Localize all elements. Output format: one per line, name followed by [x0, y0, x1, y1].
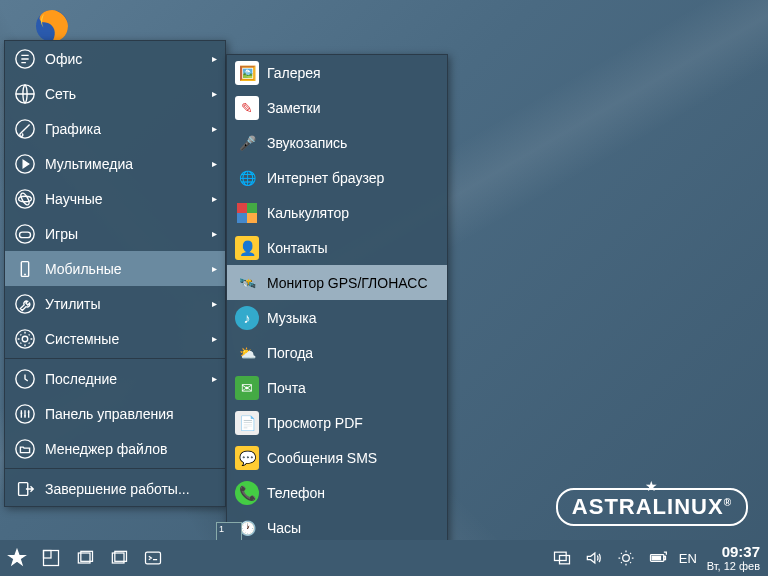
sub-label: Контакты	[267, 240, 327, 256]
menu-label: Игры	[45, 226, 78, 242]
svg-point-16	[16, 439, 34, 457]
contacts-icon: 👤	[235, 236, 259, 260]
sms-icon: 💬	[235, 446, 259, 470]
svg-rect-30	[559, 556, 569, 564]
sub-label: Интернет браузер	[267, 170, 384, 186]
sub-weather[interactable]: ⛅Погода	[227, 335, 447, 370]
calc-icon	[235, 201, 259, 225]
sub-label: Звукозапись	[267, 135, 347, 151]
atom-icon	[13, 187, 37, 211]
globe-icon: 🌐	[235, 166, 259, 190]
brand-logo: ★ ASTRALINUX®	[556, 478, 748, 526]
sub-label: Телефон	[267, 485, 325, 501]
menu-label: Менеджер файлов	[45, 441, 168, 457]
globe-icon	[13, 82, 37, 106]
menu-network[interactable]: Сеть ▸	[5, 76, 225, 111]
chevron-right-icon: ▸	[212, 123, 217, 134]
sub-calculator[interactable]: Калькулятор	[227, 195, 447, 230]
sub-recorder[interactable]: 🎤Звукозапись	[227, 125, 447, 160]
svg-rect-21	[247, 213, 257, 223]
menu-recent[interactable]: Последние ▸	[5, 361, 225, 396]
volume-tray-icon[interactable]	[583, 547, 605, 569]
sub-label: Почта	[267, 380, 306, 396]
terminal-button[interactable]	[138, 543, 168, 573]
svg-point-7	[19, 192, 30, 206]
taskbar: EN 09:37 Вт, 12 фев	[0, 540, 768, 576]
chevron-right-icon: ▸	[212, 298, 217, 309]
phone-icon: 📞	[235, 481, 259, 505]
keyboard-layout[interactable]: EN	[679, 551, 697, 566]
svg-rect-23	[44, 551, 52, 559]
svg-rect-20	[237, 213, 247, 223]
svg-point-8	[16, 224, 34, 242]
sub-music[interactable]: ♪Музыка	[227, 300, 447, 335]
menu-games[interactable]: Игры ▸	[5, 216, 225, 251]
folder-icon	[13, 437, 37, 461]
brightness-tray-icon[interactable]	[615, 547, 637, 569]
menu-label: Завершение работы...	[45, 481, 190, 497]
show-desktop-button[interactable]	[36, 543, 66, 573]
windows-button[interactable]	[70, 543, 100, 573]
menu-file-manager[interactable]: Менеджер файлов	[5, 431, 225, 466]
mic-icon: 🎤	[235, 131, 259, 155]
sub-label: Заметки	[267, 100, 321, 116]
chevron-right-icon: ▸	[212, 373, 217, 384]
start-menu: Офис ▸ Сеть ▸ Графика ▸ Мультимедиа ▸ На…	[4, 40, 226, 507]
play-icon	[13, 152, 37, 176]
sub-gps-monitor[interactable]: 🛰️Монитор GPS/ГЛОНАСС	[227, 265, 447, 300]
sub-label: Погода	[267, 345, 313, 361]
menu-office[interactable]: Офис ▸	[5, 41, 225, 76]
clock-date: Вт, 12 фев	[707, 560, 760, 572]
svg-rect-28	[146, 552, 161, 564]
separator	[5, 358, 225, 359]
sub-sms[interactable]: 💬Сообщения SMS	[227, 440, 447, 475]
menu-label: Утилиты	[45, 296, 101, 312]
sliders-icon	[13, 402, 37, 426]
wrench-icon	[13, 292, 37, 316]
gamepad-icon	[13, 222, 37, 246]
brush-icon	[13, 117, 37, 141]
display-tray-icon[interactable]	[551, 547, 573, 569]
menu-utilities[interactable]: Утилиты ▸	[5, 286, 225, 321]
sub-browser[interactable]: 🌐Интернет браузер	[227, 160, 447, 195]
menu-science[interactable]: Научные ▸	[5, 181, 225, 216]
windows-button-2[interactable]	[104, 543, 134, 573]
menu-system[interactable]: Системные ▸	[5, 321, 225, 356]
sub-contacts[interactable]: 👤Контакты	[227, 230, 447, 265]
workspace-number: 1	[219, 524, 224, 534]
sub-gallery[interactable]: 🖼️Галерея	[227, 55, 447, 90]
clock-icon	[13, 367, 37, 391]
chevron-right-icon: ▸	[212, 333, 217, 344]
svg-point-13	[22, 336, 28, 342]
pdf-icon: 📄	[235, 411, 259, 435]
svg-rect-19	[247, 203, 257, 213]
menu-mobile[interactable]: Мобильные ▸	[5, 251, 225, 286]
battery-tray-icon[interactable]	[647, 547, 669, 569]
sub-label: Музыка	[267, 310, 317, 326]
menu-graphics[interactable]: Графика ▸	[5, 111, 225, 146]
sub-pdf[interactable]: 📄Просмотр PDF	[227, 405, 447, 440]
clock[interactable]: 09:37 Вт, 12 фев	[707, 544, 760, 573]
sub-label: Монитор GPS/ГЛОНАСС	[267, 275, 428, 291]
menu-label: Сеть	[45, 86, 76, 102]
sub-phone[interactable]: 📞Телефон	[227, 475, 447, 510]
music-icon: ♪	[235, 306, 259, 330]
document-icon	[13, 47, 37, 71]
menu-label: Мобильные	[45, 261, 122, 277]
menu-shutdown[interactable]: Завершение работы...	[5, 471, 225, 506]
gallery-icon: 🖼️	[235, 61, 259, 85]
menu-label: Научные	[45, 191, 103, 207]
svg-rect-18	[237, 203, 247, 213]
menu-control-panel[interactable]: Панель управления	[5, 396, 225, 431]
start-button[interactable]	[2, 543, 32, 573]
sub-notes[interactable]: ✎Заметки	[227, 90, 447, 125]
svg-rect-29	[554, 552, 566, 560]
menu-multimedia[interactable]: Мультимедиа ▸	[5, 146, 225, 181]
sub-mail[interactable]: ✉Почта	[227, 370, 447, 405]
sub-label: Часы	[267, 520, 301, 536]
sub-label: Сообщения SMS	[267, 450, 377, 466]
chevron-right-icon: ▸	[212, 53, 217, 64]
mail-icon: ✉	[235, 376, 259, 400]
weather-icon: ⛅	[235, 341, 259, 365]
chevron-right-icon: ▸	[212, 158, 217, 169]
